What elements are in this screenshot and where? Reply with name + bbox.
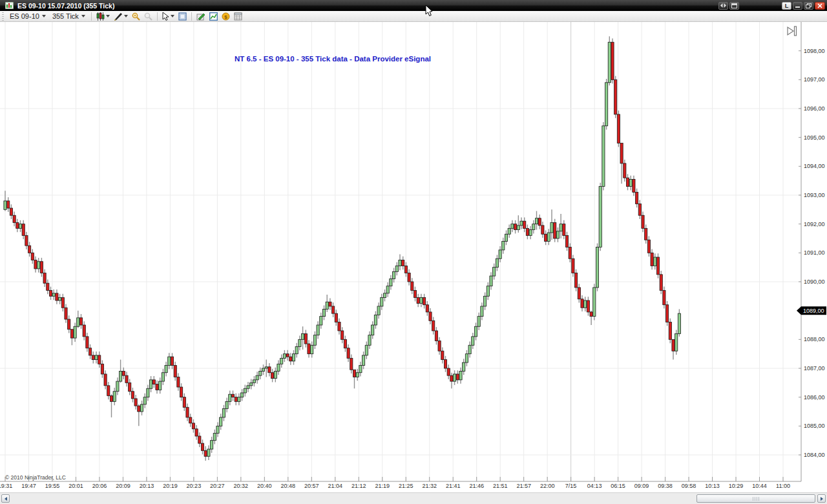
- scrollbar-thumb[interactable]: [696, 494, 815, 503]
- candle: [201, 439, 204, 454]
- candle: [669, 319, 671, 343]
- chart-trader-icon: [196, 12, 205, 21]
- candle: [211, 437, 213, 453]
- instrument-selector[interactable]: ES 09-10: [6, 12, 49, 21]
- svg-text:20:57: 20:57: [304, 483, 319, 489]
- send-to-window-button[interactable]: [729, 2, 739, 10]
- zoom-in-button[interactable]: [130, 12, 142, 21]
- candle: [377, 302, 380, 319]
- zoom-out-button[interactable]: [142, 12, 154, 21]
- candle: [511, 220, 514, 232]
- draw-tools-button[interactable]: [112, 12, 130, 21]
- account-icon: $: [222, 12, 230, 21]
- candle: [444, 356, 446, 372]
- candle: [61, 294, 64, 311]
- horizontal-scrollbar[interactable]: [0, 492, 827, 504]
- last-price-badge: 1089,00: [797, 306, 826, 315]
- candle: [620, 143, 623, 184]
- chart-trader-button[interactable]: [194, 12, 207, 21]
- instrument-link-button[interactable]: [718, 2, 728, 10]
- candle: [43, 269, 46, 287]
- candle: [347, 344, 350, 362]
- svg-text:20:27: 20:27: [210, 483, 225, 489]
- interval-selector[interactable]: 355 Tick: [49, 12, 89, 21]
- candle: [268, 363, 271, 377]
- candle: [110, 394, 112, 417]
- candle: [399, 255, 401, 271]
- candle: [280, 355, 283, 368]
- candle: [565, 232, 568, 251]
- candle: [472, 333, 474, 349]
- candle: [40, 258, 43, 277]
- svg-text:22:00: 22:00: [540, 483, 555, 489]
- data-box-icon: [178, 12, 187, 21]
- toolbar-grip[interactable]: [2, 12, 4, 21]
- minimize-button[interactable]: [793, 2, 802, 10]
- candle: [605, 79, 608, 130]
- candle: [134, 395, 137, 410]
- grid-button[interactable]: [232, 12, 244, 21]
- candle: [426, 301, 428, 316]
- candle: [353, 370, 355, 388]
- chevron-down-icon: [124, 15, 128, 17]
- x-axis[interactable]: 19:3119:4719:5520:0120:0620:0920:1320:19…: [0, 477, 801, 489]
- chart-window-button[interactable]: [207, 12, 220, 21]
- svg-text:21:41: 21:41: [446, 483, 461, 489]
- candle: [404, 262, 407, 277]
- y-axis[interactable]: 1098,001097,001096,001095,001094,001093,…: [799, 22, 825, 481]
- candle: [107, 382, 110, 399]
- candle: [423, 294, 426, 309]
- scroll-right-button[interactable]: [817, 494, 826, 503]
- candle: [320, 313, 322, 329]
- candle: [502, 238, 505, 254]
- candle: [283, 350, 286, 362]
- svg-text:11:00: 11:00: [776, 483, 790, 489]
- candle: [454, 370, 456, 385]
- cursor-tool-button[interactable]: [160, 12, 176, 21]
- candle: [140, 401, 143, 415]
- chart-watermark: NT 6.5 - ES 09-10 - 355 Tick data - Data…: [235, 55, 431, 63]
- candle: [171, 353, 173, 369]
- svg-text:21:12: 21:12: [351, 483, 366, 489]
- go-to-last-bar-icon[interactable]: [788, 26, 797, 36]
- svg-text:20:48: 20:48: [281, 483, 296, 489]
- chart-style-button[interactable]: [94, 12, 112, 21]
- close-button[interactable]: [815, 2, 825, 10]
- candle: [381, 294, 383, 310]
- svg-text:1089,00: 1089,00: [803, 308, 824, 314]
- candle: [645, 225, 647, 244]
- candle: [326, 295, 328, 312]
- price-chart[interactable]: NT 6.5 - ES 09-10 - 355 Tick data - Data…: [0, 22, 827, 492]
- candle: [37, 258, 40, 273]
- app-icon: [5, 2, 14, 9]
- zoom-out-icon: [144, 12, 152, 21]
- candle: [587, 297, 589, 315]
- scroll-left-button[interactable]: [1, 494, 10, 503]
- restore-button[interactable]: [804, 2, 813, 10]
- candle: [150, 376, 152, 392]
- candle: [356, 369, 359, 381]
- window-title: ES 09-10 15.07.2010 (355 Tick): [17, 2, 114, 10]
- candle: [86, 333, 89, 352]
- svg-text:20:23: 20:23: [187, 483, 202, 489]
- candle: [390, 275, 392, 290]
- candle: [647, 236, 650, 257]
- candle: [672, 339, 675, 359]
- candle: [247, 382, 249, 392]
- candle: [550, 209, 553, 240]
- candle: [332, 302, 335, 317]
- candle: [408, 269, 410, 286]
- account-button[interactable]: $: [220, 12, 232, 21]
- candle: [13, 211, 16, 226]
- candle: [244, 384, 246, 396]
- candle: [656, 253, 659, 278]
- candle: [195, 425, 198, 440]
- candle: [22, 220, 25, 239]
- candle: [125, 372, 128, 386]
- svg-text:21:51: 21:51: [493, 483, 508, 489]
- candle: [235, 394, 237, 405]
- candle: [535, 211, 538, 230]
- data-box-button[interactable]: [176, 12, 189, 21]
- link-button[interactable]: L: [782, 2, 791, 10]
- svg-text:10:44: 10:44: [752, 483, 767, 489]
